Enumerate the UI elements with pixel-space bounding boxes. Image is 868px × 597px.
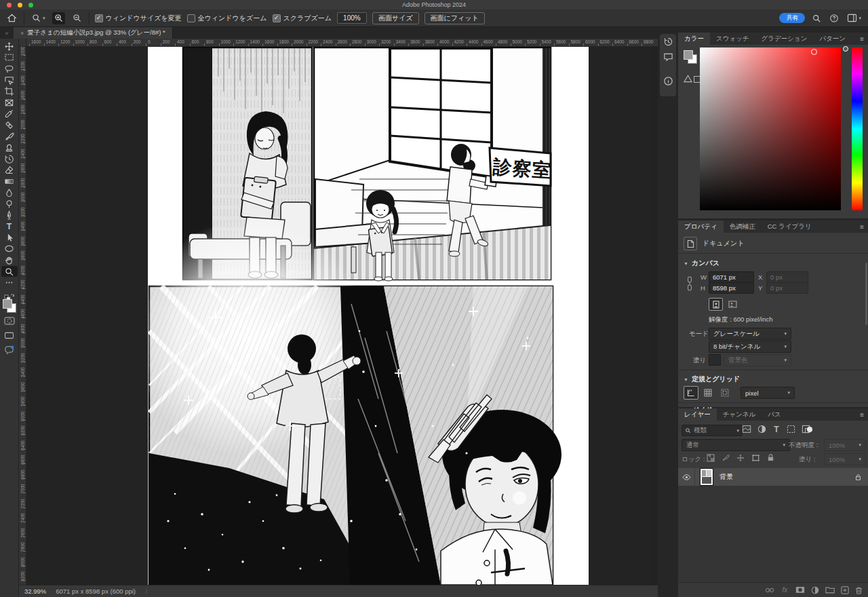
blend-mode-dropdown[interactable]: 通常▾ [682, 439, 790, 451]
tab-overflow-icon[interactable]: » [0, 27, 14, 39]
workspace-button[interactable]: ▾ [846, 12, 863, 24]
new-adjustment-layer-icon[interactable] [811, 586, 819, 594]
toggle-grid-button[interactable] [701, 386, 715, 400]
tab-patterns[interactable]: パターン [813, 33, 852, 45]
filter-type-layers-icon[interactable]: T [772, 425, 781, 434]
pen-tool[interactable] [1, 210, 18, 221]
document-tab[interactable]: × 愛子さまの短編小説p3.jpg @ 33% (グレー/8#) * [14, 27, 173, 39]
edit-toolbar-button[interactable] [1, 277, 18, 288]
layer-row-background[interactable]: 背景 [678, 468, 868, 486]
resize-windows-checkbox[interactable]: ✓ ウィンドウサイズを変更 [95, 14, 182, 23]
toggle-pixel-grid-button[interactable] [717, 386, 732, 400]
frame-tool[interactable] [1, 97, 18, 109]
object-selection-tool[interactable] [1, 75, 18, 86]
new-layer-icon[interactable] [841, 586, 849, 594]
status-options-chevron[interactable]: 〉 [145, 588, 151, 595]
vertical-ruler[interactable]: 1000120014001600180020002200240026002800… [19, 46, 26, 585]
zoom-out-button[interactable] [71, 12, 83, 24]
tab-color[interactable]: カラー [678, 33, 710, 45]
rulers-grid-section-header[interactable]: ▼ 定規とグリッド [684, 374, 740, 384]
dodge-tool[interactable] [1, 198, 18, 210]
screen-mode-button[interactable] [1, 329, 18, 341]
width-field[interactable]: 6071 px [709, 271, 754, 283]
zoom-tool[interactable] [1, 266, 18, 277]
clone-stamp-tool[interactable] [1, 142, 18, 153]
filter-adjustment-layers-icon[interactable] [757, 425, 766, 434]
fit-screen-button[interactable]: 画面にフィット [425, 12, 485, 24]
whats-new-button[interactable] [1, 343, 18, 355]
tab-cc-libraries[interactable]: CC ライブラリ [762, 220, 818, 233]
status-zoom-level[interactable]: 32.99% [24, 588, 46, 595]
layer-visibility-toggle[interactable] [678, 468, 695, 486]
properties-scrollbar[interactable] [865, 263, 867, 325]
layer-filter-toggle[interactable] [807, 427, 812, 432]
lock-pixels-icon[interactable] [722, 454, 730, 462]
crop-tool[interactable] [1, 85, 18, 97]
share-button[interactable]: 共有 [779, 13, 805, 23]
canvas-fill-dropdown[interactable]: 背景色▾ [724, 354, 791, 366]
comments-panel-icon[interactable] [663, 52, 673, 62]
lock-position-icon[interactable] [736, 454, 745, 462]
move-tool[interactable] [1, 41, 18, 52]
horizontal-ruler[interactable]: 1600140012001000800600400200020040060080… [19, 39, 658, 47]
hue-slider[interactable] [852, 47, 863, 210]
lasso-tool[interactable] [1, 63, 18, 75]
home-button[interactable] [5, 12, 18, 24]
opacity-field[interactable]: 100%▾ [824, 439, 866, 451]
tab-swatches[interactable]: スウォッチ [710, 33, 755, 45]
saturation-brightness-box[interactable] [700, 47, 841, 210]
new-group-icon[interactable] [825, 586, 835, 594]
lock-all-icon[interactable] [767, 453, 774, 462]
foreground-background-colors[interactable] [3, 299, 16, 313]
history-brush-tool[interactable] [1, 153, 18, 165]
add-layer-mask-icon[interactable] [795, 586, 805, 594]
zoom-tool-preset[interactable]: ▾ [30, 12, 47, 24]
default-swap-colors-widget[interactable] [4, 291, 15, 298]
filter-pixel-layers-icon[interactable] [742, 425, 751, 434]
panel-menu-icon[interactable]: ≡ [856, 408, 868, 421]
history-panel-icon[interactable] [663, 37, 673, 47]
ruler-origin-corner[interactable] [19, 39, 26, 47]
tab-properties[interactable]: プロパティ [678, 220, 724, 233]
layer-name[interactable]: 背景 [719, 472, 733, 482]
quick-mask-button[interactable] [1, 315, 18, 327]
link-dimensions-icon[interactable] [686, 276, 693, 291]
shape-tool[interactable] [1, 244, 18, 255]
info-panel-icon[interactable] [663, 76, 673, 86]
landscape-orientation-button[interactable] [726, 298, 740, 311]
layer-effects-icon[interactable]: fx [781, 586, 789, 594]
help-button[interactable] [828, 12, 840, 24]
blur-tool[interactable] [1, 187, 18, 199]
hand-tool[interactable] [1, 254, 18, 266]
tab-channels[interactable]: チャンネル [717, 408, 762, 421]
tab-layers[interactable]: レイヤー [678, 408, 717, 421]
zoom-percentage-field[interactable]: 100% [337, 12, 367, 24]
close-tab-icon[interactable]: × [20, 30, 24, 37]
gradient-tool[interactable] [1, 176, 18, 187]
color-picker-marker[interactable] [811, 49, 817, 55]
color-panel-fg-bg[interactable] [684, 50, 697, 64]
panel-menu-icon[interactable]: ≡ [856, 33, 868, 45]
y-field[interactable]: 0 px [766, 282, 808, 294]
hue-slider-marker[interactable] [843, 46, 848, 52]
ruler-units-dropdown[interactable]: pixel▾ [741, 387, 795, 399]
canvas-section-header[interactable]: ▼ カンバス [684, 258, 719, 268]
foreground-color-swatch[interactable] [3, 299, 12, 309]
rectangular-marquee-tool[interactable] [1, 52, 18, 64]
gamut-warning-icon[interactable] [684, 75, 692, 83]
portrait-orientation-button[interactable] [709, 298, 723, 311]
lock-artboard-icon[interactable] [751, 454, 760, 462]
color-mode-dropdown[interactable]: グレースケール▾ [709, 328, 791, 340]
canvas-fill-swatch[interactable] [709, 354, 721, 366]
path-selection-tool[interactable] [1, 232, 18, 244]
tab-paths[interactable]: パス [762, 408, 787, 421]
filter-shape-layers-icon[interactable] [787, 425, 795, 434]
actual-size-button[interactable]: 画面サイズ [372, 12, 419, 24]
tab-adjustments[interactable]: 色調補正 [724, 220, 762, 233]
document-page[interactable]: 診察室 [148, 46, 589, 585]
panel-menu-icon[interactable]: ≡ [856, 220, 868, 233]
x-field[interactable]: 0 px [766, 271, 808, 283]
fill-field[interactable]: 100%▾ [824, 453, 866, 465]
bit-depth-dropdown[interactable]: 8 bit/チャンネル▾ [709, 341, 791, 353]
link-layers-icon[interactable] [765, 588, 774, 593]
